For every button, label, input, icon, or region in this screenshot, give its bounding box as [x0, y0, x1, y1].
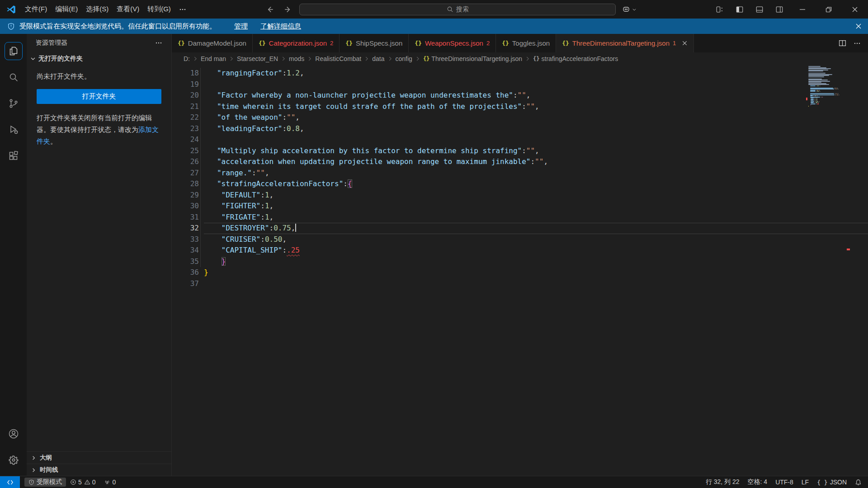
- menu-more-icon[interactable]: [175, 4, 190, 15]
- code-line-33[interactable]: 33 "CRUISER":0.50,: [172, 234, 868, 245]
- code-line-18[interactable]: 18 "rangingFactor":1.2,: [172, 68, 868, 79]
- json-file-icon: {}: [178, 40, 185, 47]
- encoding-status[interactable]: UTF-8: [771, 476, 797, 488]
- manage-link[interactable]: 管理: [234, 22, 248, 31]
- open-folder-button[interactable]: 打开文件夹: [37, 89, 161, 104]
- line-number: 35: [172, 256, 199, 267]
- breadcrumb-item-config[interactable]: config: [396, 55, 412, 62]
- line-number: 21: [172, 101, 199, 113]
- line-number: 25: [172, 145, 199, 157]
- minimap[interactable]: [807, 66, 849, 108]
- code-line-20[interactable]: 20 "Factor whereby a non-launcher projec…: [172, 90, 868, 101]
- line-number: 31: [172, 212, 199, 223]
- cursor-position-status[interactable]: 行 32, 列 22: [702, 476, 744, 488]
- remote-indicator[interactable]: [0, 476, 20, 488]
- code-line-27[interactable]: 27 "range.":"",: [172, 168, 868, 179]
- restricted-mode-status[interactable]: 受限模式: [24, 478, 66, 487]
- editor-more-actions-icon[interactable]: [854, 40, 861, 47]
- toggle-secondary-sidebar-icon[interactable]: [769, 0, 789, 19]
- minimize-button[interactable]: [789, 0, 816, 19]
- tab-close-icon[interactable]: [682, 40, 688, 46]
- line-number: 30: [172, 201, 199, 212]
- command-center-search[interactable]: 搜索: [299, 4, 616, 15]
- code-line-23[interactable]: 23 "leadingFactor":0.8,: [172, 123, 868, 135]
- vscode-logo-icon: [6, 5, 16, 14]
- code-line-31[interactable]: 31 "FRIGATE":1,: [172, 212, 868, 223]
- breadcrumb-item-ThreeDimensionalTargeting.json[interactable]: {}ThreeDimensionalTargeting.json: [423, 55, 522, 62]
- code-line-32[interactable]: 32 "DESTROYER":0.75,: [172, 223, 868, 234]
- tab-DamageModel.json[interactable]: {}DamageModel.json: [172, 34, 253, 52]
- sidebar-more-actions-icon[interactable]: [155, 39, 162, 47]
- eol-status[interactable]: LF: [797, 476, 813, 488]
- code-line-28[interactable]: 28 "strafingAccelerationFactors":{: [172, 178, 868, 190]
- toggle-panel-icon[interactable]: [750, 0, 769, 19]
- breadcrumb-item-D:[interactable]: D:: [184, 55, 190, 62]
- overview-ruler-error-marker: [847, 249, 850, 250]
- line-number: 34: [172, 245, 199, 256]
- sidebar-item-extensions[interactable]: [3, 143, 24, 169]
- indentation-status[interactable]: 空格: 4: [744, 476, 772, 488]
- breadcrumb-item-Starsector_EN[interactable]: Starsector_EN: [237, 55, 278, 62]
- code-line-21[interactable]: 21 "time wherein its target could strafe…: [172, 101, 868, 113]
- menu-item-2[interactable]: 选择(S): [82, 3, 113, 15]
- tab-ShipSpecs.json[interactable]: {}ShipSpecs.json: [340, 34, 409, 52]
- line-content: "of the weapon":"",: [204, 112, 868, 123]
- code-line-29[interactable]: 29 "DEFAULT":1,: [172, 190, 868, 201]
- code-line-34[interactable]: 34 "CAPITAL_SHIP":.25: [172, 245, 868, 256]
- tab-Categorization.json[interactable]: {}Categorization.json2: [253, 34, 340, 52]
- breadcrumb-item-End man[interactable]: End man: [201, 55, 226, 62]
- breadcrumb: D:End manStarsector_ENmodsRealisticComba…: [172, 52, 868, 65]
- sidebar-item-run-debug[interactable]: [3, 117, 24, 143]
- banner-close-icon[interactable]: [855, 23, 862, 29]
- tab-Toggles.json[interactable]: {}Toggles.json: [496, 34, 556, 52]
- code-line-37[interactable]: 37: [172, 278, 868, 290]
- toggle-primary-sidebar-icon[interactable]: [730, 0, 750, 19]
- learn-more-link[interactable]: 了解详细信息: [260, 22, 301, 31]
- breadcrumb-item-strafingAccelerationFactors[interactable]: {}strafingAccelerationFactors: [533, 55, 618, 62]
- restore-button[interactable]: [816, 0, 842, 19]
- tab-problem-badge: 2: [486, 40, 490, 47]
- chevron-right-icon: [30, 455, 37, 461]
- code-line-19[interactable]: 19: [172, 79, 868, 90]
- code-line-36[interactable]: 36}: [172, 267, 868, 278]
- menu-item-1[interactable]: 编辑(E): [51, 3, 82, 15]
- menu-item-3[interactable]: 查看(V): [113, 3, 143, 15]
- tab-problem-badge: 2: [330, 40, 333, 47]
- settings-gear-icon[interactable]: [3, 447, 24, 473]
- split-editor-icon[interactable]: [839, 39, 846, 47]
- tab-WeaponSpecs.json[interactable]: {}WeaponSpecs.json2: [409, 34, 496, 52]
- close-window-button[interactable]: [842, 0, 868, 19]
- line-content: [204, 79, 868, 90]
- customize-layout-icon[interactable]: [710, 0, 730, 19]
- menu-item-4[interactable]: 转到(G): [143, 3, 175, 15]
- ports-status[interactable]: 0: [100, 476, 120, 488]
- breadcrumb-item-data[interactable]: data: [372, 55, 384, 62]
- sidebar-item-explorer[interactable]: [3, 38, 24, 64]
- account-icon[interactable]: [3, 421, 24, 447]
- copilot-icon[interactable]: [622, 6, 637, 13]
- line-content: "DESTROYER":0.75,: [204, 223, 868, 234]
- menu-item-0[interactable]: 文件(F): [21, 3, 51, 15]
- breadcrumb-item-mods[interactable]: mods: [289, 55, 304, 62]
- forward-arrow-icon[interactable]: [281, 5, 295, 14]
- sidebar-item-search[interactable]: [3, 64, 24, 90]
- outline-section[interactable]: 大纲: [27, 451, 171, 464]
- code-line-26[interactable]: 26 "acceleration when updating projectil…: [172, 156, 868, 168]
- section-no-folder-opened[interactable]: 无打开的文件夹: [27, 52, 171, 66]
- notifications-bell-icon[interactable]: [851, 476, 868, 488]
- code-line-35[interactable]: 35 }: [172, 256, 868, 267]
- code-line-22[interactable]: 22 "of the weapon":"",: [172, 112, 868, 123]
- tab-ThreeDimensionalTargeting.json[interactable]: {}ThreeDimensionalTargeting.json1: [556, 34, 694, 52]
- chevron-right-icon: [387, 56, 393, 62]
- back-arrow-icon[interactable]: [263, 5, 277, 14]
- problems-status[interactable]: 5 0: [66, 476, 100, 488]
- code-editor[interactable]: 18 "rangingFactor":1.2,1920 "Factor wher…: [172, 65, 868, 476]
- timeline-section[interactable]: 时间线: [27, 464, 171, 476]
- language-mode-status[interactable]: { } JSON: [813, 476, 851, 488]
- code-line-25[interactable]: 25 "Multiply ship acceleration by this f…: [172, 145, 868, 157]
- json-file-icon: {}: [502, 40, 509, 47]
- sidebar-item-source-control[interactable]: [3, 90, 24, 117]
- code-line-24[interactable]: 24: [172, 134, 868, 145]
- code-line-30[interactable]: 30 "FIGHTER":1,: [172, 201, 868, 212]
- breadcrumb-item-RealisticCombat[interactable]: RealisticCombat: [315, 55, 361, 62]
